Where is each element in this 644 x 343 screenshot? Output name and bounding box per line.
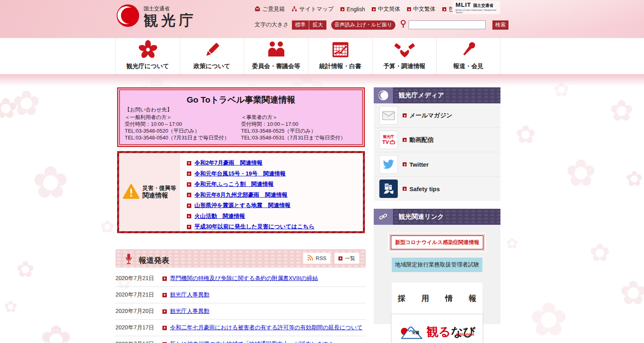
microphone-icon (459, 38, 478, 61)
agency-logo-icon (116, 4, 140, 29)
rss-label: RSS (316, 255, 326, 261)
sakura-flower-icon: ✿ (100, 218, 114, 235)
news-date: 2020年7月17日 (115, 324, 162, 331)
disaster-link[interactable]: 令和元年8月九州北部豪雨 関連情報 (187, 190, 363, 201)
news-date: 2020年7月17日 (115, 341, 162, 343)
disaster-link[interactable]: 令和元年台風15号・19号 関連情報 (187, 169, 363, 180)
utility-link-chinese-traditional[interactable]: 中文繁体 (407, 6, 435, 13)
sakura-flower-icon: ✿ (32, 160, 69, 204)
text-size-standard-button[interactable]: 標準 (292, 20, 309, 30)
recruit-banner[interactable]: 採用情報 (392, 282, 482, 315)
nav-item-statistics[interactable]: 統計情報・白書 (308, 38, 372, 74)
arrow-square-icon (162, 276, 167, 281)
disaster-link[interactable]: 令和元年ふっこう割 関連情報 (187, 179, 363, 190)
nav-item-committees[interactable]: 委員会・審議会等 (244, 38, 308, 74)
sakura-flower-icon: ✿ (626, 168, 643, 189)
disaster-info-box: 災害・復興等 関連情報 令和2年7月豪雨 関連情報 令和元年台風15号・19号 … (117, 151, 365, 233)
news-link[interactable]: 令和二年七月豪雨における被害者の有する許可等の有効期間の延長について (170, 324, 363, 331)
people-icon (266, 38, 286, 61)
text-size-large-button[interactable]: 拡大 (309, 20, 326, 30)
arrow-square-icon (407, 7, 411, 11)
goto-travel-banner-inner: Go Toトラベル事業関連情報 【お問い合わせ先】 ＜一般利用者の方＞ 受付時間… (119, 89, 363, 145)
rss-button[interactable]: RSS (303, 253, 330, 264)
miru-romaji-label: miru-navi (456, 332, 474, 337)
miru-label: 観る (426, 326, 451, 338)
goto-general-tel1: TEL:03-3548-0520（平日のみ） (125, 127, 241, 134)
utility-link-sitemap[interactable]: サイトマップ (292, 6, 334, 13)
media-item-mailmagazine[interactable]: メールマガジン (374, 103, 500, 128)
news-link[interactable]: 観光庁人事異動 (170, 308, 209, 315)
mlit-logo[interactable]: MLIT 国土交通省 Ministry of Land, Infrastruct… (453, 1, 500, 14)
nav-item-press[interactable]: 報道・会見 (436, 38, 500, 74)
arrow-square-icon (403, 113, 407, 117)
disaster-link-text[interactable]: 山形県沖を震源とする地震 関連情報 (194, 202, 290, 209)
arrow-square-icon (187, 161, 191, 165)
search-magnifier-icon (400, 20, 406, 30)
nav-item-about[interactable]: 観光庁について (115, 38, 180, 74)
agency-name: 観光庁 (144, 13, 196, 28)
disaster-link-text[interactable]: 令和2年7月豪雨 関連情報 (194, 159, 263, 167)
goto-general-hours: 受付時間：10:00～17:00 (125, 121, 241, 127)
nav-item-budget[interactable]: 予算・調達情報 (372, 38, 436, 74)
disaster-links: 令和2年7月豪雨 関連情報 令和元年台風15号・19号 関連情報 令和元年ふっこ… (180, 153, 363, 231)
page: ✿✿✿✿✿✿✿✿✿✿✿✿✿✿✿✿✿✿✿✿ 国土交通省 観光庁 ご意見箱 サイトマ… (0, 0, 644, 343)
goto-business-contact: ＜事業者の方＞ 受付時間：10:00～17:00 TEL:03-3548-052… (241, 114, 357, 141)
disaster-link-text[interactable]: 令和元年8月九州北部豪雨 関連情報 (194, 192, 288, 199)
handshake-icon (394, 38, 415, 61)
kanko-tv-icon: 観光庁 TV (379, 131, 398, 149)
arrow-square-icon (162, 293, 167, 297)
disaster-link[interactable]: 火山活動 関連情報 (187, 211, 363, 222)
arrow-square-icon (187, 214, 191, 218)
news-row: 2020年7月20日 観光庁人事異動 (115, 303, 366, 320)
disaster-link[interactable]: 平成30年以前に発生した災害についてはこちら (187, 222, 363, 232)
goto-contact-heading: 【お問い合わせ先】 (125, 106, 357, 113)
disaster-link-text[interactable]: 令和元年台風15号・19号 関連情報 (194, 170, 286, 178)
link-chain-icon (374, 209, 393, 225)
disaster-link[interactable]: 令和2年7月豪雨 関連情報 (187, 158, 363, 169)
mirunavi-banner[interactable]: 全国 観る なび miru-navi (391, 314, 483, 343)
utility-nav: ご意見箱 サイトマップ English 中文简体 中文繁体 한국어 (255, 6, 465, 13)
exam-banner[interactable]: 地域限定旅行業務取扱管理者試験 (392, 258, 482, 272)
agency-logo-white-icon (374, 87, 393, 103)
goto-general-tel2: TEL:03-3548-0540（7月31日まで毎日受付） (125, 134, 241, 141)
search-input[interactable] (409, 20, 486, 29)
goto-business-hours: 受付時間：10:00～17:00 (241, 121, 357, 127)
disaster-label-line1: 災害・復興等 (142, 185, 176, 192)
press-list-button[interactable]: 一覧 (334, 253, 359, 264)
goto-travel-banner[interactable]: Go Toトラベル事業関連情報 【お問い合わせ先】 ＜一般利用者の方＞ 受付時間… (117, 87, 365, 147)
rss-icon (307, 255, 313, 262)
goto-general-contact: ＜一般利用者の方＞ 受付時間：10:00～17:00 TEL:03-3548-0… (125, 114, 241, 141)
fuji-logo-icon: 全国 (400, 323, 425, 341)
utility-link-english[interactable]: English (340, 6, 365, 12)
news-date: 2020年7月20日 (115, 308, 162, 315)
media-section-title: 観光庁メディア (393, 87, 500, 103)
news-link[interactable]: 新たに神奈川県の大山地域で「地域通訳案内士」が誕生します！ (170, 341, 334, 343)
arrow-square-icon (338, 256, 342, 260)
disaster-label: 災害・復興等 関連情報 (119, 153, 180, 231)
corona-info-button[interactable]: 新型コロナウイルス感染症関連情報 (388, 233, 486, 252)
sakura-flower-icon: ✿ (40, 321, 72, 343)
links-section-title: 観光関連リンク (393, 209, 500, 225)
utility-link-feedback[interactable]: ご意見箱 (255, 6, 285, 13)
disaster-link[interactable]: 山形県沖を震源とする地震 関連情報 (187, 200, 363, 211)
main-content: Go Toトラベル事業関連情報 【お問い合わせ先】 ＜一般利用者の方＞ 受付時間… (115, 87, 366, 343)
news-row: 2020年7月17日 令和二年七月豪雨における被害者の有する許可等の有効期間の延… (115, 320, 366, 336)
media-item-video[interactable]: 観光庁 TV 動画配信 (374, 128, 500, 152)
agency-logo[interactable]: 国土交通省 観光庁 (116, 4, 196, 29)
news-link[interactable]: 専門機関の特権及び免除に関する条約の附属書XVIIIの締結 (170, 275, 318, 282)
disaster-link-text[interactable]: 火山活動 関連情報 (194, 213, 245, 220)
sitemap-icon (292, 6, 297, 13)
tts-button[interactable]: 音声読み上げ・ルビ振り (331, 20, 395, 30)
search-button[interactable]: 検索 (492, 20, 508, 30)
news-link[interactable]: 観光庁人事異動 (170, 291, 209, 299)
disaster-link-text[interactable]: 平成30年以前に発生した災害についてはこちら (194, 223, 314, 230)
corona-info-label: 新型コロナウイルス感染症関連情報 (391, 235, 484, 250)
disaster-link-text[interactable]: 令和元年ふっこう割 関連情報 (194, 181, 273, 188)
media-item-twitter[interactable]: Twitter (374, 152, 500, 177)
nav-item-policy[interactable]: 政策について (180, 38, 244, 74)
goto-general-heading: ＜一般利用者の方＞ (125, 114, 241, 121)
chart-icon (330, 38, 350, 61)
media-item-safety-tips[interactable]: Safety tips (374, 177, 500, 201)
utility-link-chinese-simplified[interactable]: 中文简体 (372, 6, 400, 13)
press-list-label: 一覧 (345, 255, 355, 262)
